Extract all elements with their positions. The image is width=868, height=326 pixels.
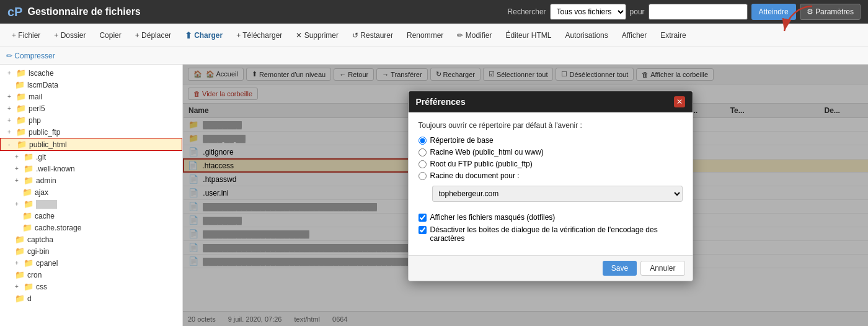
modal-body: Toujours ouvrir ce répertoire par défaut… (409, 112, 693, 255)
sidebar-item-label: cpanel (36, 259, 58, 268)
expand-icon: - (8, 141, 14, 148)
radio-base-label[interactable]: Répertoire de base (418, 136, 683, 145)
modifier-button[interactable]: ✏ Modifier (451, 29, 497, 42)
sidebar-item-label: cron (27, 271, 42, 279)
radio-base[interactable] (418, 137, 427, 145)
fichier-button[interactable]: + Fichier (6, 29, 46, 42)
folder-icon: 📁 (22, 223, 32, 232)
modal-intro: Toujours ouvrir ce répertoire par défaut… (418, 121, 683, 130)
folder-icon: 📁 (24, 282, 33, 291)
copier-button[interactable]: Copier (94, 29, 126, 42)
folder-icon: 📁 (16, 68, 26, 78)
sidebar-item-label: css (36, 283, 47, 291)
sidebar-item-label: public_ftp (29, 128, 60, 137)
expand-icon: + (15, 165, 21, 172)
checkbox-dotfiles[interactable] (418, 214, 427, 222)
charger-button[interactable]: ⬆ Charger (179, 28, 228, 43)
modal-footer: Save Annuler (409, 255, 693, 281)
sidebar-item-label: lscache (29, 69, 54, 78)
sidebar-item-php[interactable]: + 📁 php (0, 114, 182, 126)
folder-icon: 📁 (15, 247, 25, 256)
sidebar-item-git[interactable]: + 📁 .git (0, 151, 182, 163)
parametres-button[interactable]: ⚙ Paramètres (800, 4, 861, 20)
radio-ftp[interactable] (418, 160, 427, 168)
main-layout: + 📁 lscache 📁 lscmData + 📁 mail + 📁 perl… (0, 65, 868, 326)
sidebar-item-perl5[interactable]: + 📁 perl5 (0, 102, 182, 114)
deplacer-button[interactable]: + Déplacer (130, 29, 177, 42)
sidebar-item-ajax[interactable]: 📁 ajax (0, 186, 182, 198)
dossier-button[interactable]: + Dossier (48, 29, 91, 42)
folder-icon: 📁 (15, 80, 25, 89)
sidebar-item-cpanel[interactable]: + 📁 cpanel (0, 257, 182, 269)
sidebar-item-label: cgi-bin (27, 247, 49, 256)
expand-icon: + (7, 70, 14, 76)
sidebar-item-blurred[interactable]: + 📁 ████ (0, 198, 182, 210)
file-panel: 🏠 🏠 Accueil ⬆ Remonter d'un niveau ← Ret… (183, 65, 868, 326)
radio-doc-label[interactable]: Racine du document pour : (418, 171, 683, 180)
sidebar-item-lscmData[interactable]: 📁 lscmData (0, 79, 182, 91)
preferences-modal: Préférences ✕ Toujours ouvrir ce réperto… (408, 91, 693, 281)
sidebar-item-label: d (27, 294, 32, 303)
radio-web-label[interactable]: Racine Web (public_html ou www) (418, 148, 683, 156)
folder-icon: 📁 (15, 270, 25, 279)
modal-overlay: Préférences ✕ Toujours ouvrir ce réperto… (183, 65, 868, 326)
supprimer-button[interactable]: ✕ Supprimer (290, 29, 344, 42)
telecharger-button[interactable]: + Télécharger (231, 29, 288, 42)
sidebar-item-public-html[interactable]: - 📁 public_html (0, 138, 182, 151)
sidebar-item-cron[interactable]: 📁 cron (0, 269, 182, 281)
folder-icon: 📁 (16, 127, 26, 137)
sidebar-item-lscache[interactable]: + 📁 lscache (0, 67, 182, 79)
sidebar-item-public-ftp[interactable]: + 📁 public_ftp (0, 126, 182, 138)
folder-icon: 📁 (24, 152, 33, 161)
folder-icon: 📁 (22, 188, 32, 197)
expand-icon: + (15, 283, 21, 290)
search-scope-select[interactable]: Tous vos fichiers (550, 4, 626, 20)
sidebar-item-label: ajax (35, 188, 48, 197)
radio-web[interactable] (418, 148, 427, 156)
renommer-button[interactable]: Renommer (401, 29, 449, 42)
restaurer-button[interactable]: ↺ Restaurer (347, 29, 399, 42)
cancel-button[interactable]: Annuler (640, 261, 684, 276)
save-button[interactable]: Save (603, 261, 637, 276)
domain-select-wrapper: tophebergeur.com (432, 183, 683, 202)
expand-icon: + (7, 93, 14, 100)
editeur-html-button[interactable]: Éditeur HTML (500, 29, 557, 42)
afficher-button[interactable]: Afficher (616, 29, 652, 42)
compress-bar: ✏ Compresser (0, 47, 868, 65)
domain-select[interactable]: tophebergeur.com (432, 186, 683, 202)
sidebar-item-mail[interactable]: + 📁 mail (0, 91, 182, 102)
checkbox-dotfiles-label[interactable]: Afficher les fichiers masqués (dotfiles) (418, 213, 683, 222)
sidebar-item-admin[interactable]: + 📁 admin (0, 174, 182, 186)
radio-ftp-label[interactable]: Root du FTP public (public_ftp) (418, 160, 683, 168)
sidebar-item-d[interactable]: 📁 d (0, 292, 182, 304)
folder-icon: 📁 (24, 164, 33, 173)
modal-header: Préférences ✕ (409, 91, 693, 112)
folder-icon: 📁 (22, 211, 32, 220)
sidebar-item-label: .git (36, 153, 46, 161)
radio-web-text: Racine Web (public_html ou www) (430, 148, 544, 156)
autorisations-button[interactable]: Autorisations (559, 29, 613, 42)
atteindre-button[interactable]: Atteindre (751, 4, 796, 20)
checkbox-encoding-label[interactable]: Désactiver les boîtes de dialogue de la … (418, 225, 683, 243)
toolbar: + Fichier + Dossier Copier + Déplacer ⬆ … (0, 24, 868, 47)
compresser-link[interactable]: ✏ Compresser (6, 52, 55, 60)
folder-icon: 📁 (16, 115, 26, 125)
modal-title: Préférences (416, 97, 466, 107)
modal-close-button[interactable]: ✕ (674, 96, 685, 107)
sidebar-item-captcha[interactable]: 📁 captcha (0, 233, 182, 245)
sidebar-item-css[interactable]: + 📁 css (0, 281, 182, 292)
folder-icon: 📁 (15, 235, 25, 244)
checkbox-encoding[interactable] (418, 226, 427, 234)
search-input[interactable] (649, 4, 748, 20)
folder-icon: 📁 (15, 294, 25, 303)
expand-icon: + (15, 177, 21, 184)
sidebar-item-cache-storage[interactable]: 📁 cache.storage (0, 222, 182, 233)
radio-doc[interactable] (418, 172, 427, 180)
extraire-button[interactable]: Extraire (655, 29, 691, 42)
sidebar-item-cache[interactable]: 📁 cache (0, 210, 182, 222)
sidebar-item-well-known[interactable]: + 📁 .well-known (0, 163, 182, 174)
radio-doc-text: Racine du document pour : (430, 171, 520, 180)
sidebar-item-cgi-bin[interactable]: 📁 cgi-bin (0, 245, 182, 257)
search-bar: Rechercher Tous vos fichiers pour Attein… (508, 4, 861, 20)
radio-ftp-text: Root du FTP public (public_ftp) (430, 160, 533, 168)
